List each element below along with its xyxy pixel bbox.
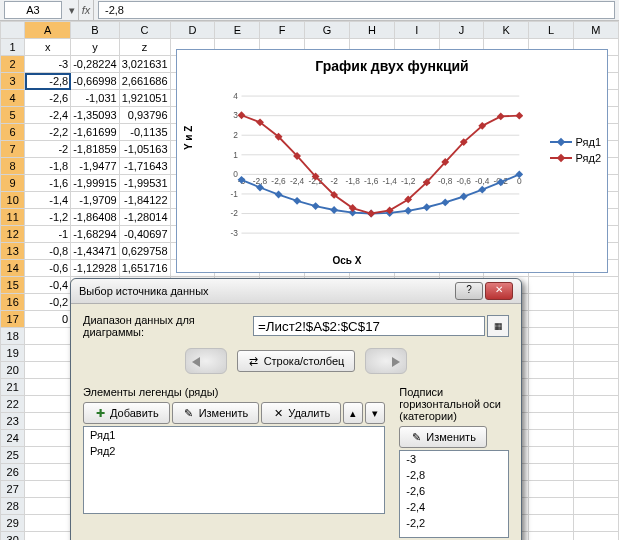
row-header[interactable]: 25: [1, 447, 25, 464]
cell[interactable]: [573, 532, 618, 541]
cell[interactable]: 2,661686: [119, 73, 170, 90]
list-item[interactable]: Ряд2: [84, 443, 384, 459]
cell[interactable]: -1,61699: [71, 124, 119, 141]
cell[interactable]: [25, 379, 71, 396]
cell[interactable]: -1,28014: [119, 209, 170, 226]
row-header[interactable]: 20: [1, 362, 25, 379]
row-header[interactable]: 11: [1, 209, 25, 226]
cell[interactable]: x: [25, 39, 71, 56]
cell[interactable]: 3,021631: [119, 56, 170, 73]
col-header-G[interactable]: G: [305, 22, 350, 39]
row-header[interactable]: 22: [1, 396, 25, 413]
cell[interactable]: -1,05163: [119, 141, 170, 158]
select-all-corner[interactable]: [1, 22, 25, 39]
cell[interactable]: -1,9709: [71, 192, 119, 209]
cell[interactable]: 0,629758: [119, 243, 170, 260]
row-header[interactable]: 30: [1, 532, 25, 541]
col-header-M[interactable]: M: [573, 22, 618, 39]
cell[interactable]: -2,8: [25, 73, 71, 90]
cell[interactable]: [25, 362, 71, 379]
cell[interactable]: -1,99915: [71, 175, 119, 192]
range-picker-icon[interactable]: ▦: [487, 315, 509, 337]
cell[interactable]: -1,43471: [71, 243, 119, 260]
cell[interactable]: -0,28224: [71, 56, 119, 73]
row-header[interactable]: 26: [1, 464, 25, 481]
row-header[interactable]: 13: [1, 243, 25, 260]
col-header-D[interactable]: D: [170, 22, 215, 39]
list-item[interactable]: Ряд1: [84, 427, 384, 443]
cell[interactable]: -2: [25, 141, 71, 158]
cell[interactable]: [529, 532, 574, 541]
col-header-B[interactable]: B: [71, 22, 119, 39]
add-series-button[interactable]: ✚Добавить: [83, 402, 170, 424]
row-header[interactable]: 5: [1, 107, 25, 124]
cell[interactable]: -1,81859: [71, 141, 119, 158]
row-header[interactable]: 21: [1, 379, 25, 396]
cell[interactable]: -0,1135: [119, 124, 170, 141]
cell[interactable]: -1,35093: [71, 107, 119, 124]
cell[interactable]: [573, 464, 618, 481]
row-header[interactable]: 18: [1, 328, 25, 345]
cell[interactable]: [573, 328, 618, 345]
col-header-I[interactable]: I: [395, 22, 440, 39]
formula-input[interactable]: -2,8: [98, 1, 615, 19]
cell[interactable]: [573, 481, 618, 498]
cell[interactable]: [529, 379, 574, 396]
row-header[interactable]: 3: [1, 73, 25, 90]
cell[interactable]: -1,86408: [71, 209, 119, 226]
cell[interactable]: y: [71, 39, 119, 56]
cell[interactable]: [25, 447, 71, 464]
cell[interactable]: -0,2: [25, 294, 71, 311]
cell[interactable]: -1,12928: [71, 260, 119, 277]
cell[interactable]: [573, 379, 618, 396]
cell[interactable]: 1,651716: [119, 260, 170, 277]
cell[interactable]: [529, 515, 574, 532]
cell[interactable]: [529, 464, 574, 481]
cell[interactable]: [25, 464, 71, 481]
cell[interactable]: [529, 294, 574, 311]
cell[interactable]: [25, 481, 71, 498]
cell[interactable]: -1,71643: [119, 158, 170, 175]
cell[interactable]: [573, 277, 618, 294]
cell[interactable]: [25, 345, 71, 362]
chart-range-input[interactable]: [253, 316, 485, 336]
cell[interactable]: [529, 362, 574, 379]
cell[interactable]: [529, 396, 574, 413]
row-header[interactable]: 19: [1, 345, 25, 362]
categories-listbox[interactable]: -3-2,8-2,6-2,4-2,2: [399, 450, 509, 538]
col-header-K[interactable]: K: [484, 22, 529, 39]
cell[interactable]: [529, 328, 574, 345]
cell[interactable]: [25, 498, 71, 515]
cell[interactable]: [573, 345, 618, 362]
cell[interactable]: [25, 515, 71, 532]
row-header[interactable]: 1: [1, 39, 25, 56]
row-header[interactable]: 15: [1, 277, 25, 294]
cell[interactable]: -0,8: [25, 243, 71, 260]
cell[interactable]: [573, 311, 618, 328]
cell[interactable]: -1,6: [25, 175, 71, 192]
cell[interactable]: [573, 498, 618, 515]
cell[interactable]: [25, 532, 71, 541]
name-box-dropdown-icon[interactable]: ▾: [66, 4, 78, 17]
cell[interactable]: -1,99531: [119, 175, 170, 192]
list-item[interactable]: -2,4: [400, 499, 508, 515]
cell[interactable]: -1,8: [25, 158, 71, 175]
cell[interactable]: -2,4: [25, 107, 71, 124]
row-header[interactable]: 12: [1, 226, 25, 243]
close-button[interactable]: ✕: [485, 282, 513, 300]
col-header-E[interactable]: E: [215, 22, 260, 39]
row-header[interactable]: 28: [1, 498, 25, 515]
cell[interactable]: 0,93796: [119, 107, 170, 124]
col-header-J[interactable]: J: [439, 22, 484, 39]
cell[interactable]: -1,2: [25, 209, 71, 226]
name-box[interactable]: A3: [4, 1, 62, 19]
row-header[interactable]: 8: [1, 158, 25, 175]
cell[interactable]: [573, 430, 618, 447]
help-button[interactable]: ?: [455, 282, 483, 300]
row-header[interactable]: 4: [1, 90, 25, 107]
cell[interactable]: [529, 498, 574, 515]
cell[interactable]: 0: [25, 311, 71, 328]
list-item[interactable]: -2,6: [400, 483, 508, 499]
cell[interactable]: -0,4: [25, 277, 71, 294]
cell[interactable]: -0,40697: [119, 226, 170, 243]
